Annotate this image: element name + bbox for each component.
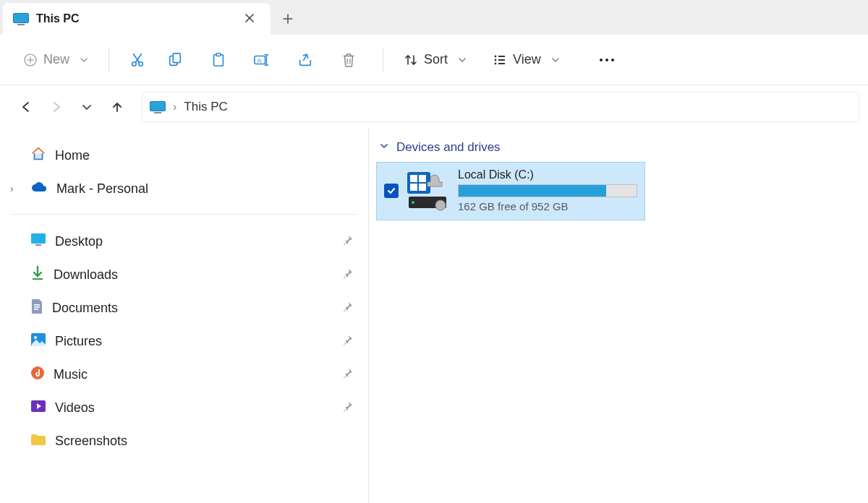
document-icon	[30, 298, 43, 318]
copy-button[interactable]	[156, 46, 195, 74]
sidebar-item-label: Mark - Personal	[56, 181, 148, 197]
more-button[interactable]	[592, 46, 622, 74]
svg-rect-22	[34, 306, 40, 308]
folder-icon	[30, 433, 46, 450]
group-header-devices[interactable]: Devices and drives	[373, 140, 868, 155]
recent-locations-button[interactable]	[72, 93, 101, 121]
sort-button-label: Sort	[424, 52, 448, 67]
svg-point-15	[600, 59, 603, 61]
sidebar-item-label: Videos	[55, 400, 95, 416]
svg-point-17	[611, 59, 614, 61]
svg-point-13	[495, 62, 497, 64]
breadcrumb-separator: ›	[173, 100, 176, 113]
pin-icon	[342, 301, 354, 316]
sidebar-item-label: Pictures	[55, 334, 102, 349]
drive-local-disk-c[interactable]: Local Disk (C:) 162 GB free of 952 GB	[376, 162, 645, 220]
pin-icon	[342, 234, 354, 249]
svg-rect-12	[498, 59, 505, 61]
paste-button[interactable]	[199, 46, 238, 74]
sidebar-item-label: Documents	[52, 301, 118, 316]
drive-name: Local Disk (C:)	[458, 168, 637, 181]
pin-icon	[342, 400, 354, 416]
chevron-down-icon	[80, 56, 88, 64]
sidebar-item-label: Downloads	[54, 267, 118, 283]
cut-button[interactable]	[124, 46, 151, 74]
sidebar-item-videos[interactable]: Videos	[0, 391, 368, 424]
music-icon	[30, 366, 45, 384]
separator	[109, 48, 109, 72]
chevron-down-icon	[551, 56, 560, 64]
view-button[interactable]: View	[487, 46, 566, 74]
sidebar-item-screenshots[interactable]: Screenshots	[0, 424, 368, 457]
cloud-icon	[30, 181, 48, 197]
share-button[interactable]	[286, 46, 325, 74]
pin-icon	[342, 367, 354, 382]
sidebar-divider	[12, 214, 357, 215]
svg-point-16	[605, 59, 608, 61]
picture-icon	[30, 332, 46, 351]
chevron-down-icon	[379, 140, 389, 155]
svg-rect-20	[33, 278, 43, 280]
home-icon	[30, 146, 46, 165]
drive-free-text: 162 GB free of 952 GB	[458, 200, 637, 212]
pin-icon	[342, 334, 354, 349]
breadcrumb-location[interactable]: This PC	[184, 100, 227, 114]
svg-point-11	[495, 59, 497, 61]
sort-button[interactable]: Sort	[398, 46, 472, 74]
video-icon	[30, 400, 46, 416]
sidebar-item-pictures[interactable]: Pictures	[0, 324, 368, 358]
pin-icon	[342, 267, 354, 283]
sidebar-item-label: Music	[54, 367, 88, 382]
navigation-row: › This PC	[0, 85, 868, 129]
sidebar-item-label: Home	[55, 148, 90, 163]
navigation-pane: Home › Mark - Personal Desktop Downloads…	[0, 129, 369, 503]
monitor-icon	[13, 13, 29, 25]
add-tab-button[interactable]	[271, 3, 305, 35]
svg-point-25	[34, 336, 37, 339]
svg-point-35	[435, 200, 446, 210]
monitor-icon	[150, 101, 166, 113]
content-pane: Devices and drives Local Disk (C:)	[369, 129, 868, 503]
tab-bar: This PC	[0, 0, 868, 35]
sidebar-item-desktop[interactable]: Desktop	[0, 225, 368, 258]
sidebar-item-downloads[interactable]: Downloads	[0, 258, 368, 291]
separator	[383, 48, 383, 72]
svg-rect-21	[34, 304, 40, 306]
svg-rect-23	[34, 309, 38, 310]
tab-title: This PC	[36, 12, 80, 25]
svg-text:A: A	[258, 56, 263, 64]
view-button-label: View	[513, 52, 541, 67]
sidebar-item-home[interactable]: Home	[0, 139, 368, 172]
tab-this-pc[interactable]: This PC	[3, 3, 271, 35]
rename-button[interactable]: A	[242, 46, 281, 74]
svg-point-34	[412, 201, 414, 204]
download-icon	[30, 265, 45, 285]
svg-rect-14	[498, 63, 505, 64]
svg-rect-32	[419, 184, 426, 191]
new-button[interactable]: New	[17, 46, 94, 74]
sidebar-item-music[interactable]: Music	[0, 358, 368, 391]
back-button[interactable]	[12, 93, 41, 121]
checkbox-checked[interactable]	[384, 184, 399, 198]
sidebar-item-documents[interactable]: Documents	[0, 291, 368, 324]
address-bar[interactable]: › This PC	[142, 92, 859, 122]
svg-rect-18	[31, 233, 46, 244]
svg-rect-19	[35, 244, 41, 246]
sidebar-item-label: Screenshots	[55, 434, 127, 449]
up-button[interactable]	[103, 93, 132, 121]
close-tab-button[interactable]	[239, 9, 260, 30]
capacity-bar	[458, 184, 637, 197]
sidebar-item-onedrive[interactable]: › Mark - Personal	[0, 172, 368, 205]
svg-rect-29	[410, 175, 417, 182]
svg-rect-31	[410, 184, 417, 191]
desktop-icon	[30, 233, 46, 251]
forward-button[interactable]	[42, 93, 71, 121]
svg-rect-4	[173, 53, 180, 62]
new-button-label: New	[43, 52, 69, 67]
delete-button[interactable]	[329, 46, 368, 74]
toolbar: New A Sort View	[0, 35, 868, 85]
expand-icon[interactable]: ›	[10, 183, 14, 194]
svg-rect-6	[216, 53, 221, 56]
svg-point-9	[495, 55, 497, 57]
group-label: Devices and drives	[396, 140, 501, 155]
